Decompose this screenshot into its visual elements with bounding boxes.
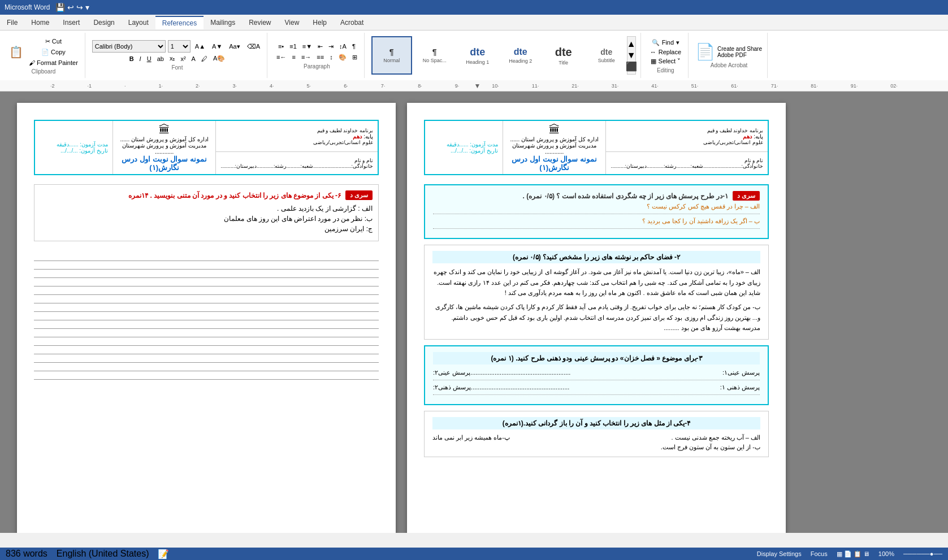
font-color-button[interactable]: A🎨 [211, 54, 227, 63]
bold-button[interactable]: B [127, 54, 136, 63]
tab-view[interactable]: View [278, 16, 306, 29]
replace-button[interactable]: ↔ Replace [648, 47, 683, 57]
left-header-top-right: برنامه خداوند لطیف و قیم [220, 128, 373, 133]
tab-references[interactable]: References [155, 16, 204, 29]
paste-button[interactable]: 📋 [7, 44, 25, 60]
style-heading2[interactable]: dte Heading 2 [500, 36, 541, 75]
italic-button[interactable]: I [137, 54, 144, 63]
editing-label: Editing [657, 67, 674, 73]
format-painter-button[interactable]: 🖌 Format Painter [27, 58, 80, 67]
page-left: برنامه خداوند لطیف و قیم پایه: دهم علوم … [17, 103, 396, 533]
redo-button[interactable]: ↪ [75, 3, 84, 12]
select-button[interactable]: ▦ Select ˅ [648, 57, 683, 66]
tab-home[interactable]: Home [24, 16, 56, 29]
zoom-slider[interactable]: ──────●── [903, 550, 942, 557]
tab-design[interactable]: Design [86, 16, 121, 29]
right-q1-optA: الف – چرا در قفس هیچ کس کرکس نیست ؟ [433, 203, 760, 210]
find-button[interactable]: 🔍 Find ▾ [650, 38, 682, 47]
underline-button[interactable]: U [145, 54, 154, 63]
line-spacing-button[interactable]: ↕ [327, 53, 335, 62]
highlight-button[interactable]: 🖊 [199, 54, 210, 63]
increase-indent-button[interactable]: ⇥ [326, 42, 336, 51]
style-normal[interactable]: ¶ Normal [371, 36, 412, 75]
quick-access-more[interactable]: ▾ [84, 3, 90, 12]
show-marks-button[interactable]: ¶ [350, 42, 358, 51]
replace-icon: ↔ [650, 49, 656, 55]
write-line-11 [34, 345, 379, 346]
quick-access-toolbar: Microsoft Word 💾 ↩ ↪ ▾ [0, 0, 948, 15]
style-title-preview: dte [555, 46, 572, 59]
adobe-group: 📄 Create and Share Adobe PDF Adobe Acrob… [691, 33, 768, 78]
superscript-button[interactable]: x² [178, 54, 188, 63]
style-subtitle[interactable]: dte Subtitle [586, 36, 627, 75]
tab-acrobat[interactable]: Acrobat [334, 16, 370, 29]
strikethrough-button[interactable]: ab [155, 54, 166, 63]
styles-down-arrow[interactable]: ▼ [627, 50, 636, 60]
write-line-1 [34, 261, 379, 261]
right-q3-title: ۳-برای موضوع « فصل خزان» دو پرسش عینی ود… [433, 352, 760, 364]
font-family-select[interactable]: Calibri (Body) [92, 40, 166, 53]
styles-expand-arrow[interactable]: ⬛ [626, 61, 637, 72]
font-size-select[interactable]: 1 [168, 40, 191, 53]
display-settings[interactable]: Display Settings [757, 550, 802, 557]
right-header-field: علوم انسانی/تجربی/ریاضی [611, 140, 763, 145]
justify-button[interactable]: ≡≡ [314, 53, 326, 62]
copy-button[interactable]: 📄 Copy [27, 47, 80, 57]
create-pdf-label: Create and Share Adobe PDF [717, 46, 763, 58]
increase-font-button[interactable]: A▲ [193, 42, 207, 51]
decrease-font-button[interactable]: A▼ [210, 42, 224, 51]
decrease-indent-button[interactable]: ⇤ [315, 42, 325, 51]
style-no-spacing-preview: ¶ [432, 47, 437, 57]
tab-help[interactable]: Help [306, 16, 334, 29]
left-writing-lines [34, 248, 379, 392]
right-logo: 🏛 [508, 123, 601, 136]
right-header-grade: پایه: دهم [611, 133, 763, 140]
status-right: Display Settings Focus ▦ 📄 📋 🖥 100% ────… [757, 550, 942, 558]
bullets-button[interactable]: ≡• [276, 42, 286, 51]
paragraph-group: ≡• ≡1 ≡▼ ⇤ ⇥ ↕A ¶ ≡← ≡ ≡→ ≡≡ ↕ 🎨 ⊞ Parag… [270, 33, 365, 78]
left-org2: مدیریت آموزش و پرورش شهرستان ...........… [118, 142, 211, 155]
subscript-button[interactable]: x₂ [167, 54, 178, 63]
borders-button[interactable]: ⊞ [350, 53, 360, 62]
write-line-5 [34, 294, 379, 295]
tab-review[interactable]: Review [242, 16, 278, 29]
multilevel-list-button[interactable]: ≡▼ [300, 42, 314, 51]
style-no-spacing[interactable]: ¶ No Spac... [414, 36, 455, 75]
right-duration: مدت آزمون: ......دقیقه [430, 141, 498, 147]
style-title[interactable]: dte Title [543, 36, 584, 75]
write-line-15 [34, 379, 379, 380]
change-case-button[interactable]: Aa▾ [227, 42, 242, 51]
shading-button[interactable]: 🎨 [336, 53, 349, 62]
right-q2: ۲- فضای حاکم بر نوشته های زیر را مشخص کن… [424, 245, 769, 340]
page-right: برنامه خداوند لطیف و قیم پایه: دهم علوم … [407, 103, 786, 533]
create-pdf-button[interactable]: 📄 Create and Share Adobe PDF [695, 42, 763, 61]
align-right-button[interactable]: ≡→ [299, 53, 313, 62]
styles-up-arrow[interactable]: ▲ [627, 39, 636, 49]
undo-button[interactable]: ↩ [66, 3, 75, 12]
style-normal-label: Normal [383, 58, 400, 63]
right-q1-dots2 [433, 228, 760, 229]
align-left-button[interactable]: ≡← [274, 53, 288, 62]
numbering-button[interactable]: ≡1 [287, 42, 299, 51]
style-heading1[interactable]: dte Heading 1 [457, 36, 498, 75]
right-q4-title: ۴-یکی از مثل های زیر را انتخاب کنید و آن… [432, 417, 760, 429]
tab-mailings[interactable]: Mailings [204, 16, 242, 29]
tab-insert[interactable]: Insert [56, 16, 86, 29]
write-line-4 [34, 286, 379, 286]
find-label: Find [662, 39, 674, 46]
style-subtitle-label: Subtitle [598, 58, 615, 63]
cut-button[interactable]: ✂ Cut [27, 37, 80, 46]
word-count: 836 words [6, 549, 47, 559]
sort-button[interactable]: ↕A [337, 42, 349, 51]
clear-format-button[interactable]: ⌫A [245, 42, 262, 51]
styles-scroll-arrows[interactable]: ▲ ▼ ⬛ [627, 36, 636, 75]
tab-layout[interactable]: Layout [122, 16, 155, 29]
write-line-3 [34, 277, 379, 278]
save-button[interactable]: 💾 [54, 3, 66, 12]
tab-file[interactable]: File [0, 16, 24, 29]
align-center-button[interactable]: ≡ [290, 53, 298, 62]
focus-button[interactable]: Focus [811, 550, 828, 557]
left-q6-title: ۶- یکی از موضوع های زیر را انتخاب کنید و… [128, 192, 341, 199]
write-line-2 [34, 269, 379, 270]
text-effects-button[interactable]: A [189, 54, 198, 63]
